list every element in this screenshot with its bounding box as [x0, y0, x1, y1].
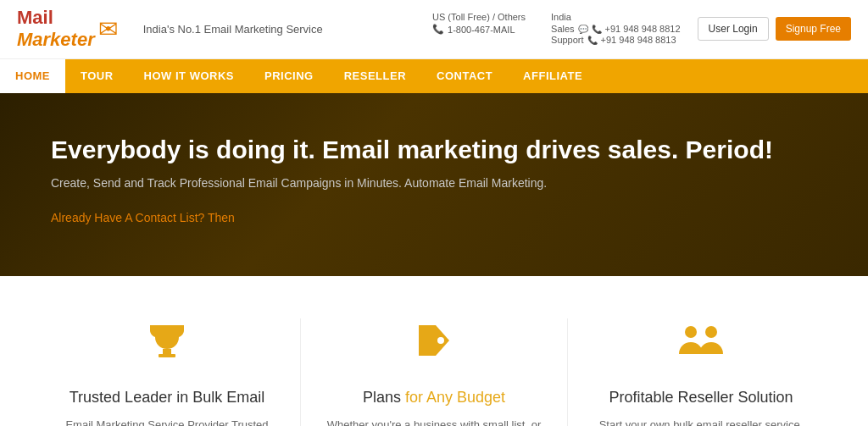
feature-col-1: Plans for Any BudgetWhether you're a bus… [301, 318, 567, 426]
trophy-icon [145, 318, 189, 372]
us-phone: 1-800-467-MAIL [448, 25, 515, 35]
feature-desc-2: Start your own bulk email reseller servi… [593, 417, 809, 426]
contact-info: US (Toll Free) / Others 📞 1-800-467-MAIL… [432, 12, 681, 46]
feature-title-0: Trusted Leader in Bulk Email [70, 389, 264, 407]
svg-rect-1 [159, 354, 175, 357]
logo-mail: Mail [17, 7, 95, 29]
tag-icon [412, 318, 456, 372]
svg-point-4 [705, 326, 717, 338]
svg-rect-0 [163, 349, 171, 354]
support-label: Support [551, 35, 584, 45]
nav-item-how-it-works[interactable]: HOW IT WORKS [129, 59, 249, 93]
us-label: US (Toll Free) / Others [432, 12, 526, 22]
india-support-row: Support 📞 +91 948 948 8813 [551, 35, 681, 45]
svg-point-3 [685, 326, 697, 338]
phone-icon-3: 📞 [587, 36, 598, 45]
logo-text: Mail Marketer [17, 7, 95, 52]
nav-item-contact[interactable]: CONTACT [421, 59, 508, 93]
feature-desc-1: Whether you're a business with small lis… [326, 417, 542, 426]
tagline: India's No.1 Email Marketing Service [143, 23, 323, 36]
nav-item-home[interactable]: HOME [0, 59, 65, 93]
hero-subtext: Create, Send and Track Professional Emai… [51, 176, 817, 190]
nav-item-reseller[interactable]: RESELLER [329, 59, 421, 93]
feature-desc-0: Email Marketing Service Provider Trusted… [59, 417, 275, 426]
feature-col-2: Profitable Reseller SolutionStart your o… [568, 318, 834, 426]
hero-heading: Everybody is doing it. Email marketing d… [51, 136, 817, 164]
india-sales-row: Sales 💬 📞 +91 948 948 8812 [551, 24, 681, 34]
header: Mail Marketer ✉ India's No.1 Email Marke… [0, 0, 868, 59]
features-section: Trusted Leader in Bulk EmailEmail Market… [0, 276, 868, 426]
feature-col-0: Trusted Leader in Bulk EmailEmail Market… [34, 318, 300, 426]
whatsapp-icon: 💬 [578, 25, 588, 34]
user-login-button[interactable]: User Login [698, 17, 769, 41]
navigation: HOMETOURHOW IT WORKSPRICINGRESELLERCONTA… [0, 59, 868, 93]
us-phone-row: 📞 1-800-467-MAIL [432, 24, 526, 35]
india-contact: India Sales 💬 📞 +91 948 948 8812 Support… [551, 12, 681, 46]
logo-marketer: Marketer [17, 29, 95, 51]
feature-title-2: Profitable Reseller Solution [609, 389, 793, 407]
hero-section: Everybody is doing it. Email marketing d… [0, 93, 868, 276]
feature-title-1: Plans for Any Budget [363, 389, 505, 407]
india-label: India [551, 12, 681, 22]
logo-envelope-icon: ✉ [98, 15, 118, 43]
signup-button[interactable]: Signup Free [776, 17, 851, 41]
sales-label: Sales [551, 24, 575, 34]
nav-item-pricing[interactable]: PRICING [249, 59, 329, 93]
nav-item-affiliate[interactable]: AFFILIATE [508, 59, 598, 93]
people-icon [676, 318, 726, 372]
india-support-phone: +91 948 948 8813 [601, 35, 676, 45]
nav-item-tour[interactable]: TOUR [65, 59, 129, 93]
india-sales-phone: +91 948 948 8812 [605, 24, 681, 34]
hero-link[interactable]: Already Have A Contact List? Then [51, 211, 235, 224]
logo: Mail Marketer ✉ [17, 7, 118, 52]
phone-icon-2: 📞 [592, 25, 602, 34]
svg-point-2 [437, 337, 444, 344]
us-contact: US (Toll Free) / Others 📞 1-800-467-MAIL [432, 12, 526, 46]
header-buttons: User Login Signup Free [698, 17, 851, 41]
phone-icon: 📞 [432, 24, 444, 35]
